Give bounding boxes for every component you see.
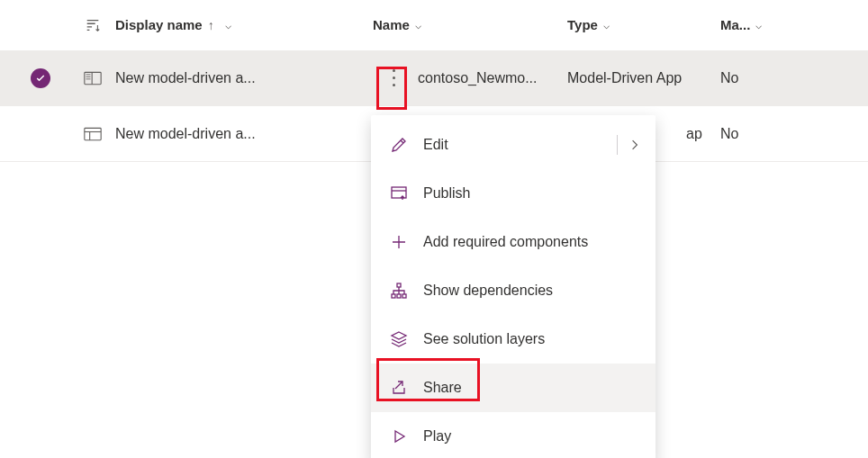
menu-item-share[interactable]: Share: [371, 364, 656, 412]
type-label: Type: [567, 17, 598, 32]
table-header: Display name ↑ ⌵ Name ⌵ Type ⌵ Ma... ⌵: [0, 0, 868, 50]
plus-icon: [387, 230, 411, 254]
svg-rect-8: [392, 187, 406, 198]
svg-rect-12: [402, 294, 406, 298]
play-icon: [387, 425, 411, 448]
name-label: Name: [373, 17, 410, 32]
submenu-indicator[interactable]: [617, 135, 639, 155]
edit-icon: [387, 133, 411, 157]
menu-item-solution-layers[interactable]: See solution layers: [371, 315, 656, 364]
menu-item-show-dependencies[interactable]: Show dependencies: [371, 266, 656, 315]
chevron-down-icon: ⌵: [415, 19, 421, 31]
share-icon: [387, 376, 411, 400]
more-actions-button[interactable]: [382, 60, 405, 96]
row-type-icon: [70, 71, 115, 85]
svg-rect-10: [392, 294, 395, 298]
checked-icon: [31, 68, 50, 88]
display-name-label: Display name: [115, 17, 203, 32]
row-managed: No: [720, 126, 796, 142]
menu-item-edit[interactable]: Edit: [371, 121, 656, 169]
row-display-name: New model-driven a...: [115, 126, 373, 142]
row-display-name: New model-driven a...: [115, 70, 373, 86]
svg-rect-5: [85, 128, 101, 139]
publish-icon: [387, 182, 411, 205]
managed-label: Ma...: [720, 17, 750, 32]
chevron-down-icon: ⌵: [755, 19, 762, 31]
svg-rect-0: [85, 72, 101, 84]
sort-icon-col[interactable]: [70, 17, 115, 33]
col-header-display-name[interactable]: Display name ↑ ⌵: [115, 17, 373, 32]
row-check[interactable]: [31, 68, 70, 88]
menu-item-publish[interactable]: Publish: [371, 169, 656, 218]
chevron-down-icon: ⌵: [225, 19, 231, 31]
layers-icon: [387, 328, 411, 351]
context-menu: Edit Publish Add required components Sho…: [371, 115, 656, 458]
col-header-type[interactable]: Type ⌵: [567, 17, 720, 32]
table-row[interactable]: New model-driven a... contoso_Newmo... M…: [0, 50, 868, 106]
row-managed: No: [720, 70, 796, 86]
col-header-managed[interactable]: Ma... ⌵: [720, 17, 796, 32]
row-type-icon: [70, 127, 115, 141]
col-header-name[interactable]: Name ⌵: [373, 17, 567, 32]
sort-ascending-icon: ↑: [208, 18, 214, 32]
chevron-down-icon: ⌵: [603, 19, 610, 31]
list-sort-icon: [85, 17, 101, 33]
menu-item-play[interactable]: Play: [371, 412, 656, 458]
dependencies-icon: [387, 279, 411, 302]
svg-rect-11: [397, 294, 401, 298]
menu-item-add-required[interactable]: Add required components: [371, 218, 656, 266]
row-type: Model-Driven App: [567, 70, 720, 86]
chevron-right-icon: [630, 138, 639, 152]
svg-rect-9: [397, 283, 401, 287]
